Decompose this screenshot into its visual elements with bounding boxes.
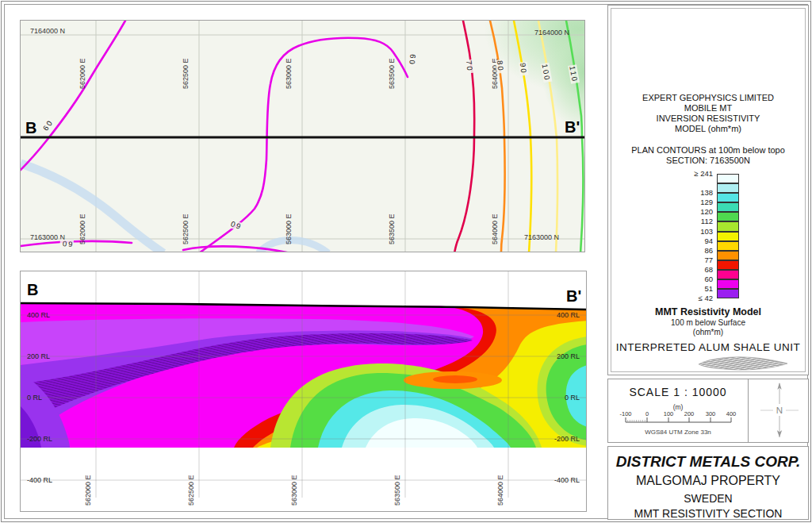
ruler-tick-label: 300: [706, 411, 716, 417]
figure-subtitle: MMT RESISTIVITY SECTION: [608, 507, 808, 520]
contour-label-60: 60: [60, 239, 74, 248]
section-label-b-prime: B': [566, 287, 581, 306]
section-easting-label: 564000 E: [496, 475, 504, 506]
scale-unit: (m): [608, 403, 748, 411]
section-label-b: B: [27, 281, 38, 299]
ruler-tick-label: 0: [645, 411, 649, 417]
ruler-tick-label: -100: [619, 411, 631, 417]
section-easting-label: 562000 E: [84, 475, 92, 506]
plan-northing-top-left: 7164000 N: [30, 27, 65, 35]
colorbar-boundary-label: 51: [608, 284, 717, 294]
contour-label-80: 80: [496, 60, 506, 74]
colorbar-swatch: [717, 221, 739, 231]
rl-label-right: -400 RL: [546, 476, 580, 484]
legend-header-line: MOBILE MT: [608, 103, 808, 113]
colorbar-boundary-label: 77: [608, 256, 717, 265]
colorbar-swatch: [717, 241, 739, 251]
legend-header: EXPERT GEOPHYSICS LIMITED MOBILE MT INVE…: [608, 93, 808, 134]
rl-label-right: -200 RL: [546, 435, 580, 443]
colorbar-caption-title: MMT Resistivity Model: [608, 306, 808, 317]
plan-easting-label: 563500 E: [388, 58, 396, 89]
zone-red-lens: [433, 375, 477, 383]
plan-label-b: B: [25, 119, 36, 137]
plan-easting-label: 562500 E: [182, 58, 190, 89]
colorbar-swatch: [717, 260, 739, 270]
plan-easting-label: 563000 E: [285, 213, 293, 244]
colorbar-boundary-label: 138: [608, 188, 717, 198]
rl-label-right: 400 RL: [546, 311, 580, 319]
colorbar-swatch: [717, 232, 739, 241]
plan-northing-bottom-right: 7163000 N: [524, 233, 559, 241]
contour-60-southwest: [21, 241, 132, 246]
alum-shale-symbol: [697, 355, 791, 374]
colorbar-swatch: [717, 202, 739, 212]
colorbar-caption-sub1: 100 m below Surface: [608, 318, 808, 327]
rl-label-left: 200 RL: [27, 352, 60, 360]
section-easting-label: 562500 E: [187, 475, 195, 506]
scale-title: SCALE 1 : 10000: [608, 386, 748, 398]
resistivity-section-panel: B B' 400 RL 200 RL 0 RL -200 RL -400 RL …: [20, 271, 587, 512]
north-letter: N: [776, 406, 783, 415]
plan-easting-label: 562000 E: [79, 58, 86, 89]
contour-label-90: 90: [519, 62, 529, 76]
section-easting-label: 563000 E: [290, 475, 298, 506]
plan-easting-label: 562500 E: [182, 213, 190, 244]
plan-northing-top-right: 7164000 N: [534, 29, 569, 37]
rl-label-left: 400 RL: [27, 311, 60, 319]
plan-view-panel: 7164000 N 7164000 N 7163000 N 7163000 N …: [20, 20, 585, 252]
colorbar-boundary-label: 103: [608, 227, 717, 237]
colorbar-swatch: [717, 289, 739, 298]
plan-easting-label: 563500 E: [388, 213, 396, 244]
datum-label: WGS84 UTM Zone 33n: [608, 429, 748, 436]
north-arrow-box: N: [749, 379, 808, 442]
scale-ruler: -100 0 100 200 300 400: [608, 411, 748, 427]
legend-subheader-line: SECTION: 7163500N: [608, 156, 808, 166]
legend-header-line: EXPERT GEOPHYSICS LIMITED: [608, 93, 808, 103]
resistivity-colorbar: ≥ 241138129120112103948677686051≤ 42: [608, 174, 810, 307]
colorbar-bottom-label: ≤ 42: [608, 294, 717, 302]
legend-header-line: INVERSION RESISTIVITY: [608, 113, 808, 124]
resistivity-model-fill: [21, 303, 587, 448]
colorbar-swatch: [717, 174, 739, 183]
property-name: MALGOMAJ PROPERTY: [608, 474, 808, 488]
contour-label-70: 70: [465, 60, 475, 74]
colorbar-boundary-label: 68: [608, 265, 717, 275]
plan-label-b-prime: B': [565, 118, 580, 137]
alum-shale-caption: INTERPRETED ALUM SHALE UNIT: [608, 341, 808, 353]
colorbar-swatch: [717, 212, 739, 221]
colorbar-swatch: [717, 251, 739, 260]
contour-label-60: 60: [408, 53, 417, 67]
legend-subheader: PLAN CONTOURS at 100m below topo SECTION…: [608, 145, 808, 165]
plan-map-svg: [21, 21, 585, 252]
colorbar-caption-sub2: (ohm*m): [608, 328, 808, 336]
section-easting-label: 563500 E: [393, 475, 401, 506]
colorbar-boundary-label: 129: [608, 198, 717, 207]
colorbar-boundary-label: 60: [608, 275, 717, 284]
plan-easting-label: 563000 E: [285, 58, 293, 89]
ruler-tick-label: 100: [664, 411, 674, 417]
legend-subheader-line: PLAN CONTOURS at 100m below topo: [608, 145, 808, 156]
plan-easting-label: 562000 E: [79, 213, 86, 244]
colorbar-boundary-label: 86: [608, 246, 717, 256]
colorbar-swatch: [717, 183, 739, 193]
ruler-tick-label: 400: [726, 411, 737, 417]
country-name: SWEDEN: [608, 492, 808, 505]
rl-label-left: 0 RL: [27, 394, 60, 402]
rl-label-right: 200 RL: [546, 352, 580, 360]
colorbar-swatch: [717, 279, 739, 289]
colorbar-boundary-label: [608, 179, 717, 188]
plan-easting-label: 564000 E: [491, 213, 499, 244]
colorbar-swatch: [717, 270, 739, 279]
colorbar-swatch: [717, 193, 739, 202]
company-name: DISTRICT METALS CORP.: [608, 453, 808, 471]
legend-header-line: MODEL (ohm*m): [608, 124, 808, 134]
colorbar-boundary-label: ≥ 241: [608, 169, 717, 179]
scale-panel: SCALE 1 : 10000 (m) -100 0 100 200 300 4…: [607, 379, 809, 443]
colorbar-boundary-label: 120: [608, 207, 717, 217]
rl-label-left: -200 RL: [27, 435, 60, 443]
rl-label-left: -400 RL: [27, 476, 60, 484]
north-arrow: N: [749, 379, 810, 442]
rl-label-right: 0 RL: [546, 394, 580, 402]
colorbar-boundary-label: 94: [608, 237, 717, 246]
colorbar-boundary-label: 112: [608, 217, 717, 226]
